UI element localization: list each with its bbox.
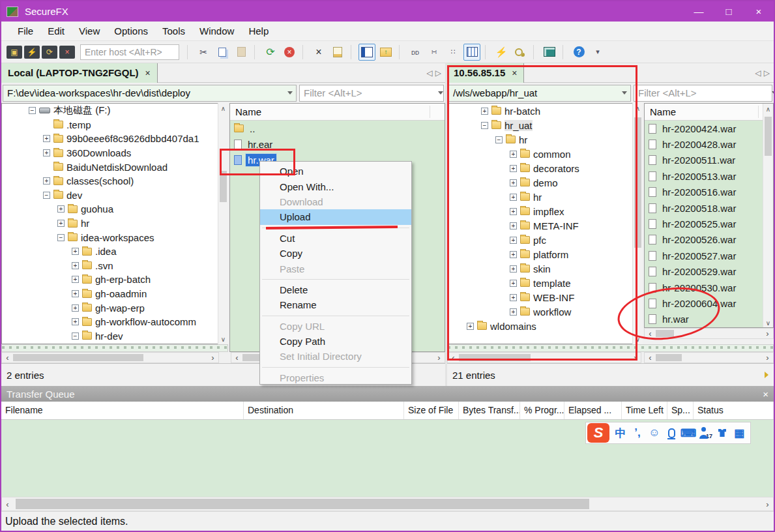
tree-item[interactable]: + wldomains [448,319,642,333]
queue-column-header[interactable]: Status [694,402,774,419]
transfer-ascii-icon[interactable]: ᴅᴅ [407,44,424,61]
context-menu-item[interactable]: Copy [260,246,411,261]
vault-icon[interactable] [541,44,558,61]
host-input[interactable] [80,44,179,60]
queue-column-header[interactable]: Filename [1,402,244,419]
tree-item[interactable]: + pfc [448,233,642,247]
tree-expander-icon[interactable]: + [72,262,79,269]
tree-expander-icon[interactable]: + [510,237,517,244]
file-row[interactable]: hr-20200525.war [645,216,762,231]
close-button[interactable]: × [744,1,774,22]
local-filter-combo[interactable] [299,85,444,102]
login-badge-icon[interactable]: 17 [697,424,714,442]
tree-item[interactable]: + common [448,147,642,161]
properties-icon[interactable] [329,44,346,61]
tree-expander-icon[interactable]: − [29,107,36,114]
remote-filter-combo[interactable] [634,85,772,102]
context-menu-item[interactable]: Copy URL [260,319,411,334]
tree-item[interactable]: − dev [2,188,227,203]
tree-item[interactable]: + META-INF [448,218,642,233]
tree-item[interactable]: + template [448,276,642,290]
cut-icon[interactable]: ✂ [195,44,212,61]
scroll-down-icon[interactable]: ∨ [763,318,773,328]
context-menu-item[interactable]: Rename [260,297,411,312]
tree-item[interactable]: − hr [448,132,642,147]
scroll-down-icon[interactable]: ∨ [218,334,228,344]
dropdown-arrow-icon[interactable] [619,89,630,97]
file-row[interactable]: hr-20200529.war [645,264,762,280]
tree-expander-icon[interactable]: + [72,248,79,255]
scroll-thumb[interactable] [656,354,682,361]
details-view-icon[interactable] [463,44,480,61]
agent-key-icon[interactable] [512,44,529,61]
file-row[interactable]: hr-20200530.war [645,280,762,295]
tree-expander-icon[interactable]: + [510,208,517,215]
menu-file[interactable]: File [10,22,40,40]
synchronize-icon[interactable]: ⚡ [493,44,510,61]
copy-icon[interactable] [214,44,231,61]
tree-item[interactable]: .temp [2,118,227,132]
context-menu-item[interactable]: Copy Path [260,334,411,349]
file-row[interactable]: hr-20200513.war [645,168,762,184]
tree-expander-icon[interactable]: + [510,194,517,201]
toolbar-overflow-icon[interactable]: ▾ [589,44,606,61]
refresh-icon[interactable]: ⟳ [262,44,279,61]
dropdown-arrow-icon[interactable] [772,89,775,97]
disconnect-icon[interactable]: × [59,46,75,59]
parent-directory-icon[interactable] [377,44,394,61]
menu-help[interactable]: Help [241,22,276,40]
menu-window[interactable]: Window [192,22,241,40]
file-row[interactable]: hr.ear [230,136,445,152]
queue-column-header[interactable]: Bytes Transf... [459,402,520,419]
tree-expander-icon[interactable]: + [510,280,517,287]
tree-item[interactable]: + .svn [2,259,227,273]
tree-expander-icon[interactable]: + [481,108,488,115]
tree-expander-icon[interactable]: + [43,135,50,142]
small-list-view-icon[interactable]: ∷ [445,44,461,61]
scroll-down-icon[interactable]: ∨ [633,334,643,344]
queue-column-header[interactable]: % Progr... [520,402,564,419]
tree-item[interactable]: + gh-erp-batch [2,273,227,287]
scroll-left-icon[interactable]: ‹ [645,329,656,338]
punctuation-icon[interactable]: ’, [629,424,646,442]
tree-item[interactable]: + WEB-INF [448,290,642,304]
scroll-thumb[interactable] [459,354,531,361]
tree-expander-icon[interactable]: − [57,234,65,241]
queue-column-header[interactable]: Sp... [667,402,694,419]
queue-column-header[interactable]: Time Left [622,402,667,419]
tree-item[interactable]: − idea-workspaces [2,230,227,244]
tree-expander-icon[interactable]: + [57,220,65,227]
tree-expander-icon[interactable]: + [72,276,79,283]
tree-expander-icon[interactable]: − [495,136,503,143]
tree-expander-icon[interactable]: − [43,192,50,199]
scroll-up-icon[interactable]: ∧ [633,103,643,113]
tab-close-icon[interactable]: × [512,68,517,78]
tree-expander-icon[interactable]: + [510,165,517,172]
tree-item[interactable]: + decorators [448,161,642,175]
tree-item[interactable]: BaiduNetdiskDownload [2,160,227,174]
scroll-left-icon[interactable]: ‹ [645,353,656,362]
voice-input-icon[interactable] [663,424,680,442]
scroll-up-icon[interactable]: ∧ [218,103,228,113]
context-menu-item[interactable]: Open With... [260,179,411,194]
help-icon[interactable] [570,44,587,61]
main-hscrollbar[interactable]: ‹ › [1,497,774,511]
tree-item[interactable]: − 本地磁盘 (F:) [2,104,227,118]
name-column-header[interactable]: Name [230,104,445,121]
local-path-input[interactable] [3,87,284,98]
remote-list-hscrollbar[interactable]: ‹ › [644,328,774,339]
delete-icon[interactable]: × [310,44,327,61]
tree-expander-icon[interactable]: − [72,332,79,340]
context-menu-item[interactable]: Delete [260,282,411,297]
menu-options[interactable]: Options [107,22,155,40]
tab-scroll-right-icon[interactable]: ▷ [435,68,441,78]
context-menu-item[interactable]: Set Initial Directory [260,349,411,364]
tree-expander-icon[interactable]: + [510,294,517,301]
context-menu-item[interactable]: Paste [260,261,411,276]
tree-item[interactable]: + gh-oaadmin [2,287,227,301]
dropdown-arrow-icon[interactable] [437,89,443,97]
tab-remote[interactable]: 10.56.85.15 × [447,63,524,83]
scroll-thumb[interactable] [16,499,589,509]
tree-item[interactable]: + 99b0eee6f8c9626dbbd407da1 [2,132,227,146]
tree-item[interactable]: + platform [448,247,642,261]
